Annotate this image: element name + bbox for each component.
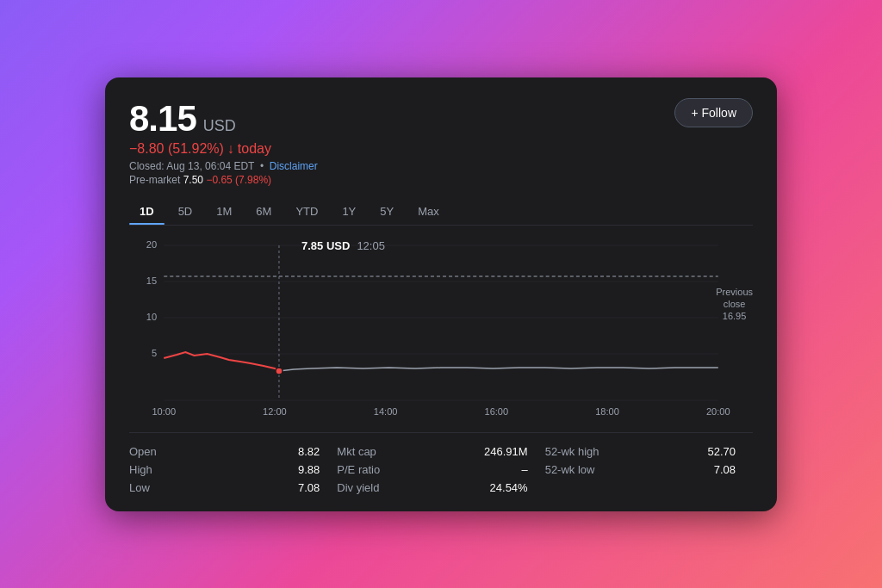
price-main: 8.15 USD [129, 98, 318, 139]
down-arrow-icon: ↓ [227, 141, 234, 157]
chart-tooltip: 7.85 USD 12:05 [301, 239, 385, 252]
tooltip-price: 7.85 USD [301, 239, 350, 252]
stat-pe-value: – [521, 463, 527, 476]
closed-info: Closed: Aug 13, 06:04 EDT • Disclaimer [129, 160, 318, 172]
closed-label: Closed: Aug 13, 06:04 EDT [129, 160, 254, 172]
tab-1d[interactable]: 1D [129, 200, 165, 223]
tab-1y[interactable]: 1Y [332, 200, 366, 223]
stat-52wklow-value: 7.08 [714, 463, 736, 476]
price-section: 8.15 USD −8.80 (51.92%) ↓ today Closed: … [129, 98, 318, 186]
stat-pe-label: P/E ratio [337, 463, 380, 476]
chart-area: 7.85 USD 12:05 Previous close 16.95 20 [129, 232, 753, 422]
svg-text:16:00: 16:00 [485, 406, 509, 417]
svg-text:15: 15 [146, 275, 157, 286]
price-value: 8.15 [129, 98, 196, 139]
tabs-row: 1D 5D 1M 6M YTD 1Y 5Y Max [129, 200, 753, 226]
stat-divyield: Div yield 24.54% [337, 481, 544, 494]
prev-close-line2: close [716, 298, 753, 310]
stat-high-value: 9.88 [298, 463, 320, 476]
svg-text:10:00: 10:00 [152, 406, 176, 417]
change-amount: −8.80 (51.92%) [129, 141, 224, 157]
price-change: −8.80 (51.92%) ↓ today [129, 141, 318, 157]
svg-text:5: 5 [152, 348, 157, 358]
tab-1m[interactable]: 1M [206, 200, 242, 223]
stat-mktcap: Mkt cap 246.91M [337, 445, 544, 458]
disclaimer-link[interactable]: Disclaimer [270, 160, 318, 172]
premarket-prefix: Pre-market [129, 174, 180, 186]
stock-card: 8.15 USD −8.80 (51.92%) ↓ today Closed: … [105, 77, 777, 511]
tab-max[interactable]: Max [407, 200, 450, 223]
stat-52wklow: 52-wk low 7.08 [545, 463, 753, 476]
tab-ytd[interactable]: YTD [285, 200, 328, 223]
price-currency: USD [203, 117, 236, 135]
header-row: 8.15 USD −8.80 (51.92%) ↓ today Closed: … [129, 98, 753, 186]
svg-point-17 [276, 368, 283, 374]
stat-open-label: Open [129, 445, 157, 458]
follow-button[interactable]: + Follow [674, 98, 753, 127]
stat-divyield-label: Div yield [337, 481, 379, 494]
stat-mktcap-value: 246.91M [484, 445, 528, 458]
stat-52wkhigh-value: 52.70 [707, 445, 736, 458]
stat-low-value: 7.08 [298, 481, 320, 494]
svg-text:20: 20 [146, 239, 157, 250]
prev-close-label: Previous close 16.95 [716, 286, 753, 323]
stat-high: High 9.88 [129, 463, 337, 476]
premarket-row: Pre-market 7.50 −0.65 (7.98%) [129, 174, 318, 186]
stat-pe: P/E ratio – [337, 463, 544, 476]
svg-text:12:00: 12:00 [263, 406, 287, 417]
chart-svg: 20 15 10 5 10:00 12:00 14:00 16:00 18:00… [129, 232, 753, 422]
prev-close-line1: Previous [716, 286, 753, 298]
tab-5y[interactable]: 5Y [370, 200, 404, 223]
svg-text:18:00: 18:00 [595, 406, 619, 417]
stat-low: Low 7.08 [129, 481, 337, 494]
stats-col-1: Open 8.82 High 9.88 Low 7.08 [129, 445, 337, 494]
svg-text:10: 10 [146, 312, 157, 322]
stat-52wkhigh-label: 52-wk high [545, 445, 599, 458]
stat-mktcap-label: Mkt cap [337, 445, 376, 458]
today-label: today [238, 141, 271, 157]
stat-high-label: High [129, 463, 152, 476]
premarket-price: 7.50 [183, 174, 203, 186]
stat-52wkhigh: 52-wk high 52.70 [545, 445, 753, 458]
prev-close-value: 16.95 [716, 310, 753, 322]
tab-6m[interactable]: 6M [245, 200, 282, 223]
stats-col-2: Mkt cap 246.91M P/E ratio – Div yield 24… [337, 445, 544, 494]
stats-section: Open 8.82 High 9.88 Low 7.08 Mkt cap 246… [129, 432, 753, 494]
stats-col-3: 52-wk high 52.70 52-wk low 7.08 [545, 445, 753, 494]
stat-open-value: 8.82 [298, 445, 320, 458]
stat-52wklow-label: 52-wk low [545, 463, 595, 476]
premarket-change: −0.65 (7.98%) [206, 174, 271, 186]
stat-low-label: Low [129, 481, 150, 494]
stat-open: Open 8.82 [129, 445, 337, 458]
tooltip-time: 12:05 [357, 239, 385, 252]
svg-text:14:00: 14:00 [374, 406, 398, 417]
svg-text:20:00: 20:00 [706, 406, 730, 417]
tab-5d[interactable]: 5D [168, 200, 203, 223]
stat-divyield-value: 24.54% [490, 481, 528, 494]
